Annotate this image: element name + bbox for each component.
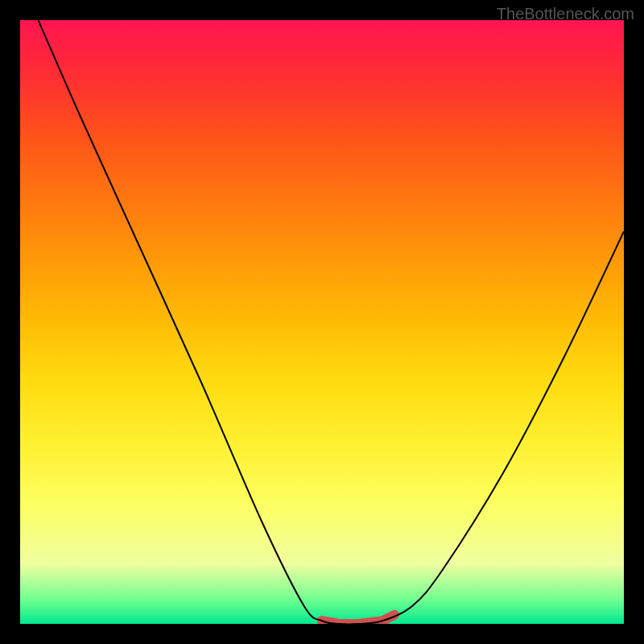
watermark-text: TheBottleneck.com [497, 5, 634, 23]
highlight-segment [322, 615, 394, 624]
plot-area [20, 20, 624, 624]
curve-svg [20, 20, 624, 624]
chart-container: TheBottleneck.com [0, 0, 644, 644]
bottleneck-curve [39, 20, 625, 624]
